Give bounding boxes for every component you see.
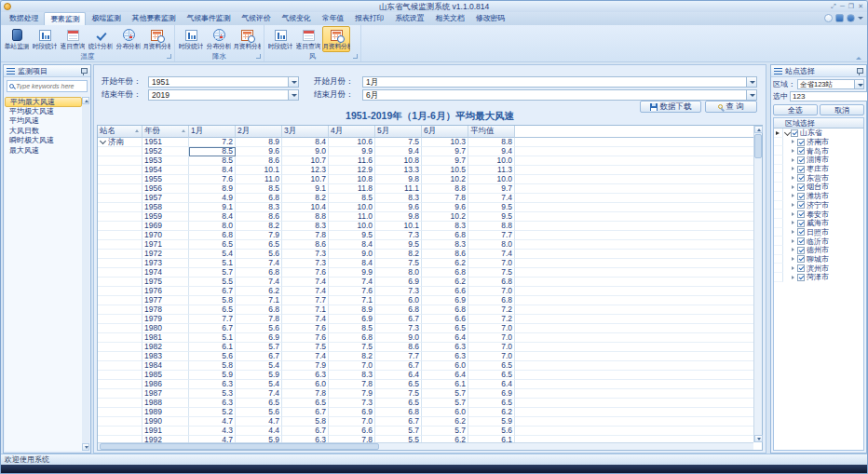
end-month-select[interactable]: 6月 (362, 89, 757, 101)
item-gale-days[interactable]: 大风日数 (5, 127, 82, 137)
expand-icon[interactable] (790, 138, 797, 147)
tree-city-row[interactable]: 临沂市 (774, 237, 863, 246)
col-station[interactable]: 站名 (98, 126, 142, 138)
checkbox-checked-icon[interactable] (797, 247, 805, 254)
checkbox-checked-icon[interactable] (797, 274, 805, 281)
scrollbar-thumb[interactable] (754, 134, 762, 158)
ribbon-button[interactable]: 分布分析 (205, 26, 233, 52)
table-row[interactable]: 1977 5.8 7.1 7.7 7.1 6.0 6.9 6.8 (98, 296, 753, 305)
table-row[interactable]: 1988 6.3 6.5 6.5 7.3 6.5 5.7 6.5 (98, 399, 753, 408)
scroll-down-icon[interactable] (754, 435, 763, 442)
col-average[interactable]: 平均值 (468, 126, 515, 138)
table-row[interactable]: 1958 9.1 8.3 10.4 10.0 9.6 9.6 9.5 (98, 203, 753, 212)
search-input[interactable] (16, 83, 85, 89)
expand-icon[interactable] (790, 264, 797, 273)
maximize-icon[interactable]: ❐ (848, 2, 854, 11)
col-jun[interactable]: 6月 (422, 126, 468, 138)
expand-icon[interactable] (790, 183, 797, 192)
table-row[interactable]: 1956 8.9 8.5 9.1 11.8 11.1 8.8 9.7 (98, 184, 753, 194)
ribbon-button[interactable]: 时段统计 (266, 26, 294, 52)
left-list-scrollbar[interactable] (82, 97, 89, 451)
tree-city-row[interactable]: 东营市 (774, 173, 863, 183)
table-row[interactable]: 1974 5.7 6.8 7.6 9.9 8.0 6.8 7.5 (98, 268, 753, 278)
table-row[interactable]: 1954 8.4 10.1 12.3 12.9 13.3 10.5 11.3 (98, 166, 753, 175)
table-row[interactable]: 1957 4.9 6.8 8.2 8.5 8.3 7.8 7.4 (98, 194, 753, 203)
tab-change-password[interactable]: 修改密码 (470, 12, 510, 25)
checkbox-checked-icon[interactable] (797, 183, 805, 191)
expand-icon[interactable] (790, 246, 797, 255)
expand-icon[interactable] (790, 192, 797, 201)
checkbox-checked-icon[interactable] (797, 255, 805, 263)
tree-city-row[interactable]: 德州市 (774, 246, 863, 255)
item-avg-extreme-wind[interactable]: 平均极大风速 (5, 107, 82, 117)
expand-icon[interactable] (790, 228, 797, 237)
table-row[interactable]: 1953 8.5 8.6 10.7 11.6 10.8 9.7 10.0 (98, 156, 753, 166)
tree-city-row[interactable]: 济南市 (774, 138, 863, 147)
pin-icon[interactable] (80, 67, 88, 75)
tab-data-processing[interactable]: 数据处理 (4, 12, 44, 25)
table-row[interactable]: 1972 5.4 5.6 7.3 9.0 8.2 8.6 7.4 (98, 250, 753, 259)
checkbox-checked-icon[interactable] (797, 228, 805, 236)
scrollbar-thumb[interactable] (100, 443, 379, 450)
checkbox-checked-icon[interactable] (797, 220, 805, 227)
dropdown-arrow-icon[interactable] (746, 90, 756, 100)
tab-climate-evaluation[interactable]: 气候评价 (236, 12, 276, 25)
col-apr[interactable]: 4月 (329, 126, 375, 138)
dropdown-arrow-icon[interactable] (288, 90, 298, 100)
ribbon-button[interactable]: 时段统计 (31, 26, 59, 52)
checkbox-checked-icon[interactable] (797, 174, 805, 182)
tab-other-element-monitoring[interactable]: 其他要素监测 (127, 12, 182, 25)
dialog-launcher-icon[interactable] (167, 54, 171, 59)
titlebar-tool-icon-2[interactable] (835, 14, 844, 22)
table-row[interactable]: 1980 6.7 5.6 7.6 8.5 7.3 6.5 7.0 (98, 324, 753, 333)
table-row[interactable]: 1955 7.6 11.0 10.7 10.8 9.8 10.2 10.0 (98, 175, 753, 184)
tree-city-row[interactable]: 烟台市 (774, 183, 863, 192)
restore-window-icon[interactable]: ⤢ (831, 2, 836, 11)
end-year-select[interactable]: 2019 (148, 89, 299, 101)
start-year-select[interactable]: 1951 (148, 76, 299, 88)
ribbon-button[interactable]: 月资料分析 (233, 26, 261, 52)
pin-icon[interactable] (856, 67, 863, 75)
dialog-launcher-icon[interactable] (256, 54, 261, 59)
table-row[interactable]: 1992 4.7 5.9 6.3 7.8 5.5 6.2 6.1 (98, 436, 753, 442)
table-row[interactable]: 1969 8.0 8.2 8.3 10.0 10.1 8.3 8.8 (98, 222, 753, 231)
dropdown-arrow-icon[interactable] (854, 80, 863, 88)
tree-city-row[interactable]: 青岛市 (774, 146, 863, 156)
expand-icon[interactable] (790, 165, 797, 174)
scroll-up-icon[interactable] (754, 126, 763, 133)
table-row[interactable]: 济南 1951 7.2 8.9 8.4 10.6 7.5 10.3 8.8 (98, 138, 753, 147)
table-row[interactable]: 1982 6.1 5.7 7.5 7.5 8.6 6.3 7.0 (98, 343, 753, 352)
dropdown-arrow-icon[interactable] (746, 77, 756, 87)
checkbox-checked-icon[interactable] (797, 147, 805, 155)
expand-icon[interactable] (790, 237, 797, 246)
titlebar-tool-icon-1[interactable] (824, 14, 833, 22)
chevron-down-icon[interactable] (858, 17, 863, 20)
expand-icon[interactable] (790, 273, 797, 282)
ribbon-button[interactable]: 时段统计 (177, 26, 205, 52)
table-row[interactable]: 1971 6.5 6.5 8.6 8.4 9.5 8.3 8.0 (98, 240, 753, 250)
titlebar-tool-icon-3[interactable] (847, 14, 855, 22)
checkbox-checked-icon[interactable] (797, 264, 805, 272)
region-select[interactable]: 全省123站 (797, 79, 864, 89)
table-row[interactable]: 1990 4.7 4.7 5.8 7.0 6.7 6.2 5.9 (98, 417, 753, 427)
tree-root-row[interactable]: 山东省 (774, 129, 863, 138)
dialog-launcher-icon[interactable] (353, 54, 358, 59)
expand-icon[interactable] (790, 219, 797, 228)
table-row[interactable]: 1959 8.4 8.6 8.8 11.0 9.8 10.2 9.5 (98, 212, 753, 222)
checkbox-checked-icon[interactable] (797, 201, 805, 209)
vertical-scrollbar[interactable] (753, 126, 762, 442)
tree-city-row[interactable]: 淄博市 (774, 156, 863, 165)
scroll-up-icon[interactable] (82, 97, 89, 104)
ribbon-button[interactable]: 月资料分析 (322, 26, 350, 52)
table-row[interactable]: 1985 5.9 5.9 6.3 8.3 6.4 6.4 6.5 (98, 371, 753, 380)
tab-element-monitoring[interactable]: 要素监测 (44, 12, 86, 25)
tree-city-row[interactable]: 潍坊市 (774, 192, 863, 201)
checkbox-checked-icon[interactable] (791, 129, 798, 137)
collapse-icon[interactable] (783, 129, 791, 138)
ribbon-button[interactable]: 单站监测 (3, 26, 31, 52)
col-year[interactable]: 年份 (142, 126, 189, 138)
table-row[interactable]: 1991 4.3 4.4 6.7 6.6 5.7 5.7 5.6 (98, 427, 753, 436)
table-row[interactable]: 1983 5.6 6.7 7.4 8.2 7.7 6.3 7.0 (98, 352, 753, 361)
tree-city-row[interactable]: 枣庄市 (774, 165, 863, 174)
cancel-button[interactable]: 取消 (820, 104, 864, 115)
